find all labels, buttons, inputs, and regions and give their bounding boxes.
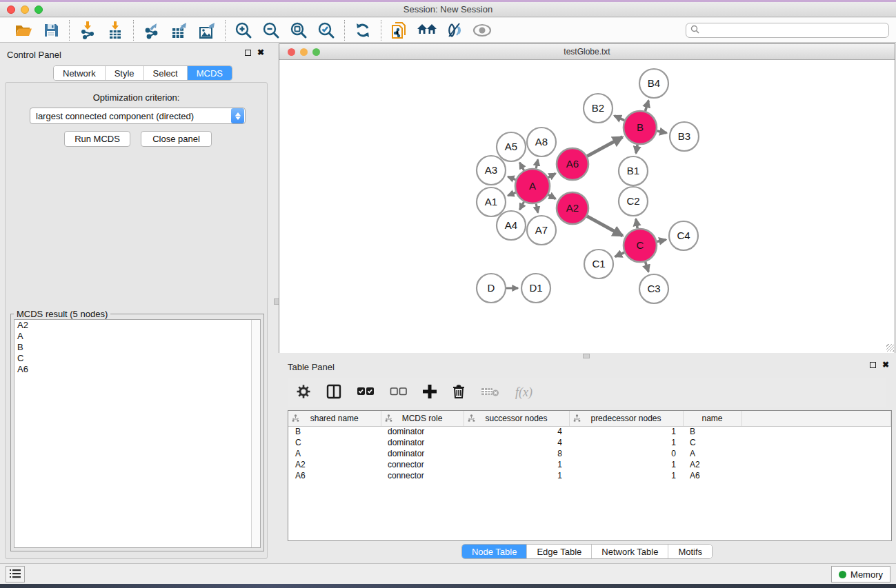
export-table-button[interactable] [168,20,191,41]
table-cell[interactable]: 1 [569,437,683,448]
column-header-name[interactable]: name [683,411,741,426]
table-cell[interactable]: C [683,437,741,448]
node-A3[interactable]: A3 [477,156,506,185]
delete-column-button[interactable] [452,384,466,401]
edge-C-C4[interactable] [657,240,666,242]
select-all-button[interactable] [357,387,375,398]
node-A[interactable]: A [515,169,550,203]
table-cell[interactable]: A6 [288,470,381,481]
add-column-button[interactable] [423,385,437,401]
column-header-predecessor-nodes[interactable]: predecessor nodes [569,411,683,426]
table-row[interactable]: Cdominator41C [288,437,891,448]
result-list-item[interactable]: A6 [14,364,260,375]
node-C4[interactable]: C4 [669,221,698,250]
delete-table-button[interactable] [481,386,500,399]
column-header-successor-nodes[interactable]: successor nodes [464,411,569,426]
table-cell[interactable]: A [288,448,381,459]
import-table-button[interactable] [103,20,127,41]
edge-A-A4[interactable] [519,202,524,210]
node-D[interactable]: D [477,274,506,303]
minimize-window-button[interactable] [21,6,29,14]
edge-B-B4[interactable] [645,101,648,111]
graphics-details-button[interactable] [443,20,466,41]
tab-network[interactable]: Network [54,66,106,80]
zoom-window-button[interactable] [34,6,43,14]
table-cell[interactable]: C [288,437,381,448]
run-mcds-button[interactable]: Run MCDS [64,131,130,147]
zoom-selected-button[interactable] [315,20,338,41]
node-A6[interactable]: A6 [557,148,588,180]
open-network-file-button[interactable] [388,20,411,41]
node-B3[interactable]: B3 [670,122,699,151]
zoom-fit-button[interactable] [287,20,310,41]
table-cell[interactable]: 1 [464,470,569,481]
tab-style[interactable]: Style [106,66,144,80]
table-cell[interactable]: connector [381,459,464,470]
node-C1[interactable]: C1 [584,250,613,278]
criterion-dropdown[interactable]: largest connected component (directed) [30,108,246,124]
network-canvas[interactable]: AA1A2A3A4A5A6A7A8BB1B2B3B4CC1C2C3C4DD1 [279,61,895,353]
search-input[interactable] [702,26,884,35]
function-builder-button[interactable]: f(x) [515,385,532,400]
table-row[interactable]: A6connector11A6 [288,470,891,481]
edge-B-B3[interactable] [657,131,666,133]
edge-A-A5[interactable] [519,163,524,170]
node-A8[interactable]: A8 [527,128,556,156]
tab-select[interactable]: Select [144,66,188,80]
network-window-titlebar[interactable]: testGlobe.txt [279,44,895,60]
node-B[interactable]: B [624,111,657,144]
result-list-item[interactable]: A2 [14,320,260,331]
export-image-button[interactable] [195,20,219,41]
edge-B-B2[interactable] [615,116,625,121]
table-cell[interactable]: 1 [464,459,569,470]
table-cell[interactable]: connector [381,470,464,481]
open-session-button[interactable] [12,20,35,41]
node-A2[interactable]: A2 [557,192,588,224]
split-view-button[interactable] [326,384,341,401]
window-resize-grip[interactable] [886,344,894,352]
edge-A-A6[interactable] [548,174,556,178]
close-window-button[interactable] [7,6,15,14]
table-cell[interactable]: 4 [464,437,569,448]
edge-C-C3[interactable] [646,262,649,272]
tab-mcds[interactable]: MCDS [188,66,232,80]
table-cell[interactable]: A2 [288,459,381,470]
edge-A-A1[interactable] [508,192,515,195]
tab-network-table[interactable]: Network Table [592,545,668,558]
result-list-item[interactable]: C [14,353,260,364]
edge-A-A3[interactable] [508,176,515,179]
node-B4[interactable]: B4 [639,69,668,98]
table-cell[interactable]: B [288,426,381,437]
table-cell[interactable]: 4 [464,426,569,437]
node-B2[interactable]: B2 [584,94,613,123]
close-table-panel-icon[interactable]: ✖ [882,362,889,368]
node-A4[interactable]: A4 [497,211,526,240]
node-D1[interactable]: D1 [521,274,550,303]
import-network-button[interactable] [76,20,99,41]
search-field[interactable] [686,23,889,38]
home-button[interactable] [415,20,439,41]
mcds-result-list[interactable]: A2ABCA6 [14,319,261,548]
table-cell[interactable]: 0 [569,448,683,459]
edge-C-C1[interactable] [615,252,624,256]
table-cell[interactable]: 1 [569,459,683,470]
tab-node-table[interactable]: Node Table [462,545,528,558]
node-A1[interactable]: A1 [477,187,506,216]
node-A7[interactable]: A7 [527,216,556,245]
table-row[interactable]: Bdominator41B [288,426,891,437]
table-cell[interactable]: 8 [464,448,569,459]
network-minimize-button[interactable] [300,48,308,56]
edge-A2-C[interactable] [587,216,623,236]
network-maximize-button[interactable] [312,48,320,56]
table-cell[interactable]: 1 [569,426,683,437]
node-A5[interactable]: A5 [497,132,526,161]
network-close-button[interactable] [288,48,295,56]
network-graph[interactable]: AA1A2A3A4A5A6A7A8BB1B2B3B4CC1C2C3C4DD1 [279,61,895,353]
node-B1[interactable]: B1 [619,156,648,185]
edge-B-B1[interactable] [636,145,637,154]
float-panel-icon[interactable] [245,50,251,56]
save-session-button[interactable] [39,20,63,41]
result-list-item[interactable]: B [14,342,260,353]
close-panel-icon[interactable]: ✖ [257,50,264,56]
edge-A-A7[interactable] [536,203,538,212]
